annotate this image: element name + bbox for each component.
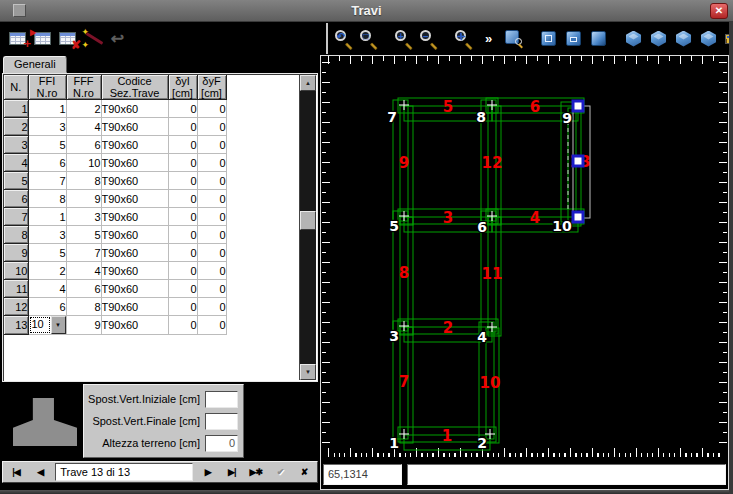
cell-codice[interactable]: T90x60 <box>101 226 168 244</box>
cell-codice[interactable]: T90x60 <box>101 172 168 190</box>
cell-dyf[interactable]: 0 <box>197 226 226 244</box>
cell-fff[interactable]: 9 <box>66 190 101 208</box>
insert-record-button[interactable]: ▶✱ <box>244 463 268 481</box>
iso-view-nw-button[interactable] <box>646 25 671 52</box>
zoom-previous-button[interactable]: ↶ <box>331 25 356 52</box>
row-header[interactable]: 5 <box>4 172 28 190</box>
cell-codice[interactable]: T90x60 <box>101 208 168 226</box>
cell-dyf[interactable]: 0 <box>197 190 226 208</box>
cell-dyf[interactable]: 0 <box>197 244 226 262</box>
cad-canvas[interactable]: 1234567891011121312345678910 <box>322 56 727 458</box>
row-header[interactable]: 3 <box>4 136 28 154</box>
last-record-button[interactable]: ▶| <box>220 463 244 481</box>
zoom-out-button[interactable]: − <box>416 25 441 52</box>
cell-codice[interactable]: T90x60 <box>101 136 168 154</box>
row-header[interactable]: 2 <box>4 118 28 136</box>
cell-dyf[interactable]: 0 <box>197 136 226 154</box>
undo-button[interactable]: ↩ <box>105 25 130 52</box>
cell-codice[interactable]: T90x60 <box>101 100 168 118</box>
row-header[interactable]: 6 <box>4 190 28 208</box>
selection-handle-3[interactable] <box>573 212 583 222</box>
cell-ffi[interactable]: 6 <box>28 298 66 316</box>
view-front-button[interactable] <box>561 25 586 52</box>
row-header[interactable]: 1 <box>4 100 28 118</box>
cell-dyi[interactable]: 0 <box>168 262 197 280</box>
zoom-extents-button[interactable]: ✛ <box>451 25 476 52</box>
cell-dyi[interactable]: 0 <box>168 280 197 298</box>
cell-codice[interactable]: T90x60 <box>101 280 168 298</box>
cell-dyi[interactable]: 0 <box>168 244 197 262</box>
cell-dyf[interactable]: 0 <box>197 208 226 226</box>
tab-generali[interactable]: Generali <box>3 56 67 73</box>
cell-fff[interactable]: 2 <box>66 100 101 118</box>
delete-row-button[interactable]: ✘ <box>55 25 80 52</box>
ffi-combo-input[interactable]: 10 <box>29 316 51 334</box>
cell-ffi[interactable]: 3 <box>28 118 66 136</box>
selection-handle-1[interactable] <box>573 101 583 111</box>
cell-ffi[interactable]: 5 <box>28 244 66 262</box>
first-record-button[interactable]: |◀ <box>4 463 28 481</box>
iso-view-sw-button[interactable] <box>696 25 721 52</box>
row-header[interactable]: 4 <box>4 154 28 172</box>
scroll-up-button[interactable]: ▲ <box>300 75 316 91</box>
close-button[interactable]: ✕ <box>710 3 728 19</box>
cell-dyf[interactable]: 0 <box>197 316 226 335</box>
zoom-in-button[interactable]: + <box>391 25 416 52</box>
iso-view-se-button[interactable] <box>671 25 696 52</box>
cell-ffi[interactable]: 10▼ <box>28 316 66 335</box>
row-header[interactable]: 13 <box>4 316 28 335</box>
cell-codice[interactable]: T90x60 <box>101 118 168 136</box>
cell-fff[interactable]: 9 <box>66 316 101 335</box>
cell-dyi[interactable]: 0 <box>168 172 197 190</box>
cell-fff[interactable]: 10 <box>66 154 101 172</box>
zoom-selected-button[interactable] <box>501 25 526 52</box>
cell-dyi[interactable]: 0 <box>168 190 197 208</box>
ffi-combo[interactable]: 10▼ <box>29 316 66 334</box>
view-top-button[interactable] <box>536 25 561 52</box>
cell-codice[interactable]: T90x60 <box>101 262 168 280</box>
cell-ffi[interactable]: 2 <box>28 262 66 280</box>
row-header[interactable]: 12 <box>4 298 28 316</box>
cell-fff[interactable]: 6 <box>66 136 101 154</box>
cell-ffi[interactable]: 8 <box>28 190 66 208</box>
cell-dyi[interactable]: 0 <box>168 136 197 154</box>
cell-codice[interactable]: T90x60 <box>101 316 168 335</box>
cell-fff[interactable]: 5 <box>66 226 101 244</box>
cancel-edit-button[interactable]: ✘ <box>292 463 316 481</box>
cell-dyi[interactable]: 0 <box>168 208 197 226</box>
cell-ffi[interactable]: 6 <box>28 154 66 172</box>
add-row-button[interactable]: + <box>5 25 30 52</box>
cell-fff[interactable]: 7 <box>66 244 101 262</box>
scrollbar-thumb[interactable] <box>300 211 316 230</box>
zoom-window-button[interactable]: □ <box>356 25 381 52</box>
row-header[interactable]: 9 <box>4 244 28 262</box>
selection-handle-2[interactable] <box>573 156 583 166</box>
row-header[interactable]: 10 <box>4 262 28 280</box>
cell-fff[interactable]: 8 <box>66 298 101 316</box>
cell-dyf[interactable]: 0 <box>197 298 226 316</box>
row-header[interactable]: 7 <box>4 208 28 226</box>
cell-dyf[interactable]: 0 <box>197 172 226 190</box>
cell-ffi[interactable]: 4 <box>28 280 66 298</box>
cell-dyf[interactable]: 0 <box>197 262 226 280</box>
next-record-button[interactable]: ▶ <box>196 463 220 481</box>
post-edit-button[interactable]: ✔ <box>268 463 292 481</box>
cell-fff[interactable]: 6 <box>66 280 101 298</box>
view-3d-button[interactable] <box>586 25 611 52</box>
spost-vert-finale-field[interactable] <box>205 413 238 430</box>
cell-ffi[interactable]: 3 <box>28 226 66 244</box>
cell-dyf[interactable]: 0 <box>197 100 226 118</box>
cell-dyi[interactable]: 0 <box>168 226 197 244</box>
cell-fff[interactable]: 4 <box>66 262 101 280</box>
titlebar[interactable]: Travi ✕ <box>0 0 733 22</box>
prior-record-button[interactable]: ◀ <box>28 463 52 481</box>
row-header[interactable]: 8 <box>4 226 28 244</box>
cell-codice[interactable]: T90x60 <box>101 154 168 172</box>
cell-fff[interactable]: 4 <box>66 118 101 136</box>
cell-ffi[interactable]: 1 <box>28 208 66 226</box>
cell-fff[interactable]: 3 <box>66 208 101 226</box>
insert-row-button[interactable]: ▶ <box>30 25 55 52</box>
cell-dyi[interactable]: 0 <box>168 298 197 316</box>
cell-dyi[interactable]: 0 <box>168 316 197 335</box>
cell-ffi[interactable]: 1 <box>28 100 66 118</box>
